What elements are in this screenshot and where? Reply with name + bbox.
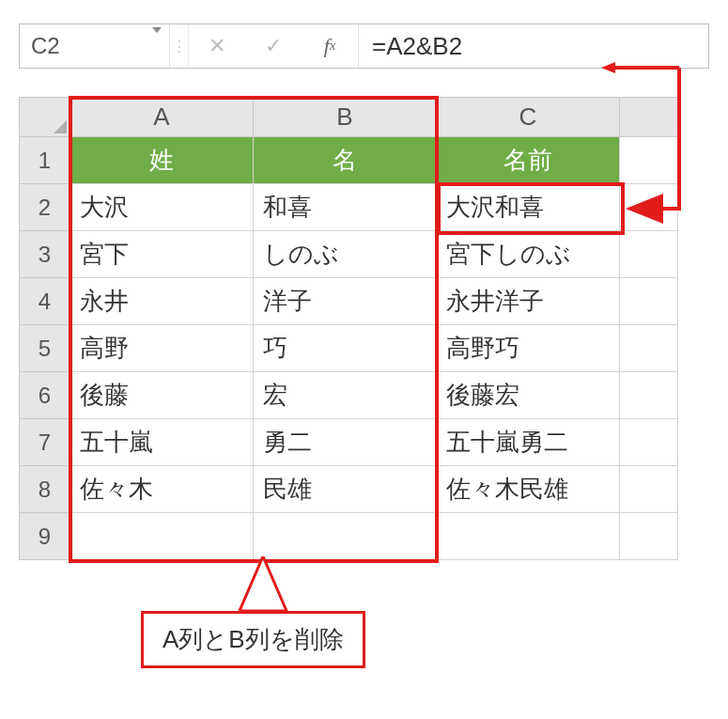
- column-header-a[interactable]: A: [70, 98, 254, 137]
- formula-text: =A2&B2: [372, 32, 462, 61]
- svg-marker-3: [240, 556, 287, 611]
- row-header-3[interactable]: 3: [20, 231, 70, 278]
- cell-b6[interactable]: 宏: [254, 372, 437, 419]
- cell-c5[interactable]: 高野巧: [437, 325, 620, 372]
- cell-c1[interactable]: 名前: [437, 137, 620, 184]
- cell-b3[interactable]: しのぶ: [254, 231, 437, 278]
- cell-d9[interactable]: [620, 513, 678, 560]
- cell-c2[interactable]: 大沢和喜: [437, 184, 620, 231]
- cell-a7[interactable]: 五十嵐: [70, 419, 254, 466]
- cell-d2[interactable]: [620, 184, 678, 231]
- cell-b7[interactable]: 勇二: [254, 419, 437, 466]
- name-box[interactable]: C2: [20, 24, 170, 68]
- cell-c4[interactable]: 永井洋子: [437, 278, 620, 325]
- cell-b9[interactable]: [254, 513, 437, 560]
- cell-b2[interactable]: 和喜: [254, 184, 437, 231]
- cell-d1[interactable]: [620, 137, 678, 184]
- row-header-5[interactable]: 5: [20, 325, 70, 372]
- cell-d4[interactable]: [620, 278, 678, 325]
- callout-text: A列とB列を削除: [141, 611, 365, 668]
- cancel-formula-button[interactable]: ✕: [189, 24, 245, 68]
- select-all-corner[interactable]: [20, 98, 70, 137]
- formula-input[interactable]: =A2&B2: [358, 24, 708, 68]
- cell-d7[interactable]: [620, 419, 678, 466]
- column-header-b[interactable]: B: [254, 98, 437, 137]
- cell-b4[interactable]: 洋子: [254, 278, 437, 325]
- cell-a1[interactable]: 姓: [70, 137, 254, 184]
- cell-c7[interactable]: 五十嵐勇二: [437, 419, 620, 466]
- cell-d5[interactable]: [620, 325, 678, 372]
- cell-a6[interactable]: 後藤: [70, 372, 254, 419]
- cell-b8[interactable]: 民雄: [254, 466, 437, 513]
- cell-c3[interactable]: 宮下しのぶ: [437, 231, 620, 278]
- cell-d3[interactable]: [620, 231, 678, 278]
- row-header-8[interactable]: 8: [20, 466, 70, 513]
- row-header-9[interactable]: 9: [20, 513, 70, 560]
- name-box-dropdown-icon[interactable]: [152, 33, 162, 59]
- name-box-value: C2: [31, 33, 60, 59]
- spreadsheet-grid: A B C 1 姓 名 名前 2 大沢 和喜 大沢和喜 3 宮下 しのぶ 宮下し…: [19, 97, 678, 560]
- cell-a2[interactable]: 大沢: [70, 184, 254, 231]
- row-header-2[interactable]: 2: [20, 184, 70, 231]
- enter-formula-button[interactable]: ✓: [245, 24, 302, 68]
- column-header-d[interactable]: [620, 98, 678, 137]
- cell-b1[interactable]: 名: [254, 137, 437, 184]
- cell-a3[interactable]: 宮下: [70, 231, 254, 278]
- formula-bar: C2 ⋮ ✕ ✓ fx =A2&B2: [19, 23, 709, 69]
- cell-a5[interactable]: 高野: [70, 325, 254, 372]
- cell-c6[interactable]: 後藤宏: [437, 372, 620, 419]
- cell-d6[interactable]: [620, 372, 678, 419]
- column-header-c[interactable]: C: [437, 98, 620, 137]
- cell-b5[interactable]: 巧: [254, 325, 437, 372]
- callout-tail-icon: [197, 556, 310, 613]
- cell-a9[interactable]: [70, 513, 254, 560]
- cell-c9[interactable]: [437, 513, 620, 560]
- row-header-7[interactable]: 7: [20, 419, 70, 466]
- row-header-1[interactable]: 1: [20, 137, 70, 184]
- formula-bar-divider: ⋮: [170, 24, 189, 68]
- row-header-4[interactable]: 4: [20, 278, 70, 325]
- annotation-callout: A列とB列を削除: [141, 611, 365, 668]
- cell-a4[interactable]: 永井: [70, 278, 254, 325]
- row-header-6[interactable]: 6: [20, 372, 70, 419]
- cell-d8[interactable]: [620, 466, 678, 513]
- insert-function-button[interactable]: fx: [302, 24, 358, 68]
- cell-c8[interactable]: 佐々木民雄: [437, 466, 620, 513]
- cell-a8[interactable]: 佐々木: [70, 466, 254, 513]
